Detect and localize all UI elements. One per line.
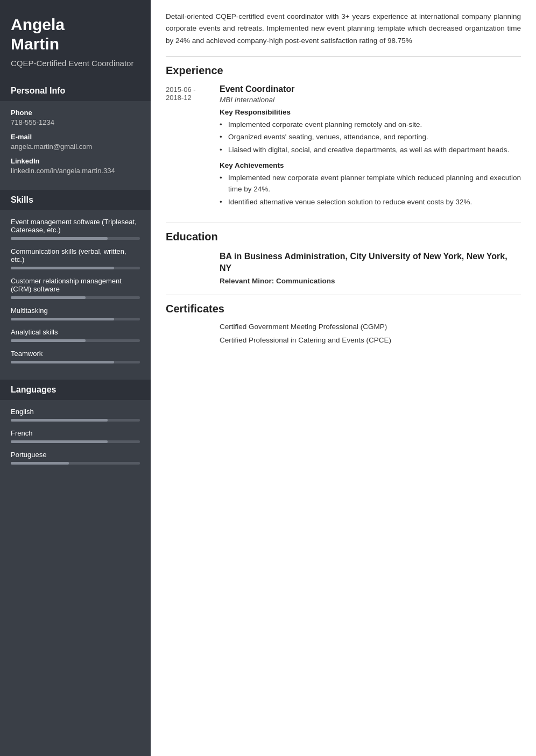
- exp-dates: 2015-06 - 2018-12: [166, 84, 220, 213]
- exp-company: MBI International: [220, 96, 521, 104]
- achievements-heading: Key Achievements: [220, 161, 521, 169]
- responsibility-2: Organized events' seating, venues, atten…: [220, 131, 521, 143]
- lang-1-bar: [11, 419, 140, 422]
- linkedin-label: LinkedIn: [11, 157, 140, 165]
- cert-spacer: [166, 323, 220, 350]
- skill-2-name: Communication skills (verbal, written, e…: [11, 247, 140, 263]
- sidebar: Angela Martin CQEP-Certified Event Coord…: [0, 0, 151, 756]
- exp-job-title: Event Coordinator: [220, 84, 521, 94]
- education-heading: Education: [166, 231, 521, 243]
- edu-degree: BA in Business Administration, City Univ…: [220, 251, 521, 274]
- edu-dates: [166, 251, 220, 284]
- languages-section: English French Portuguese: [0, 408, 151, 481]
- cert-content: Certified Government Meeting Professiona…: [220, 323, 521, 350]
- certificates-block: Certified Government Meeting Professiona…: [166, 323, 521, 350]
- skill-4-name: Multitasking: [11, 306, 140, 315]
- email-label: E-mail: [11, 133, 140, 141]
- candidate-name: Angela Martin: [11, 15, 140, 54]
- responsibility-1: Implemented corporate event planning rem…: [220, 119, 521, 131]
- responsibilities-heading: Key Responsibilities: [220, 108, 521, 116]
- experience-divider: [166, 56, 521, 57]
- cert-2: Certified Professional in Catering and E…: [220, 336, 521, 344]
- lang-2-name: French: [11, 429, 140, 437]
- edu-minor-value: Communications: [276, 277, 335, 285]
- responsibilities-list: Implemented corporate event planning rem…: [220, 119, 521, 156]
- lang-3-name: Portuguese: [11, 451, 140, 459]
- education-divider: [166, 223, 521, 223]
- responsibility-3: Liaised with digital, social, and creati…: [220, 144, 521, 156]
- achievement-1: Implemented new corporate event planner …: [220, 172, 521, 195]
- email-value: angela.martin@gmail.com: [11, 142, 140, 151]
- skill-1-bar: [11, 237, 140, 240]
- summary-text: Detail-oriented CQEP-certified event coo…: [166, 11, 521, 47]
- personal-info-section: Phone 718-555-1234 E-mail angela.martin@…: [0, 109, 151, 190]
- achievements-list: Implemented new corporate event planner …: [220, 172, 521, 208]
- experience-heading: Experience: [166, 65, 521, 77]
- edu-minor-label: Relevant Minor:: [220, 277, 274, 285]
- lang-2-bar: [11, 440, 140, 443]
- skill-4-bar: [11, 318, 140, 320]
- achievement-2: Identified alternative venue selection s…: [220, 196, 521, 208]
- phone-label: Phone: [11, 109, 140, 117]
- cert-1: Certified Government Meeting Professiona…: [220, 323, 521, 331]
- certificates-divider: [166, 295, 521, 295]
- personal-info-heading: Personal Info: [0, 81, 151, 101]
- edu-minor: Relevant Minor: Communications: [220, 277, 521, 285]
- languages-heading: Languages: [0, 380, 151, 400]
- skill-3-bar: [11, 296, 140, 299]
- lang-3-bar: [11, 462, 140, 465]
- lang-1-name: English: [11, 408, 140, 416]
- linkedin-value: linkedin.com/in/angela.martin.334: [11, 167, 140, 175]
- experience-item-1: 2015-06 - 2018-12 Event Coordinator MBI …: [166, 84, 521, 213]
- skill-5-bar: [11, 339, 140, 342]
- skill-3-name: Customer relationship management (CRM) s…: [11, 277, 140, 293]
- skill-6-name: Teamwork: [11, 350, 140, 358]
- edu-content: BA in Business Administration, City Univ…: [220, 251, 521, 284]
- skills-heading: Skills: [0, 190, 151, 210]
- skill-5-name: Analytical skills: [11, 328, 140, 336]
- certificates-heading: Certificates: [166, 303, 521, 315]
- skill-6-bar: [11, 361, 140, 363]
- main-content: Detail-oriented CQEP-certified event coo…: [151, 0, 536, 756]
- phone-value: 718-555-1234: [11, 118, 140, 126]
- skill-1-name: Event management software (Tripleseat, C…: [11, 218, 140, 234]
- skills-section: Event management software (Tripleseat, C…: [0, 218, 151, 380]
- skill-2-bar: [11, 267, 140, 269]
- candidate-title: CQEP-Certified Event Coordinator: [11, 58, 140, 69]
- education-item-1: BA in Business Administration, City Univ…: [166, 251, 521, 284]
- sidebar-header: Angela Martin CQEP-Certified Event Coord…: [0, 0, 151, 81]
- exp-content: Event Coordinator MBI International Key …: [220, 84, 521, 213]
